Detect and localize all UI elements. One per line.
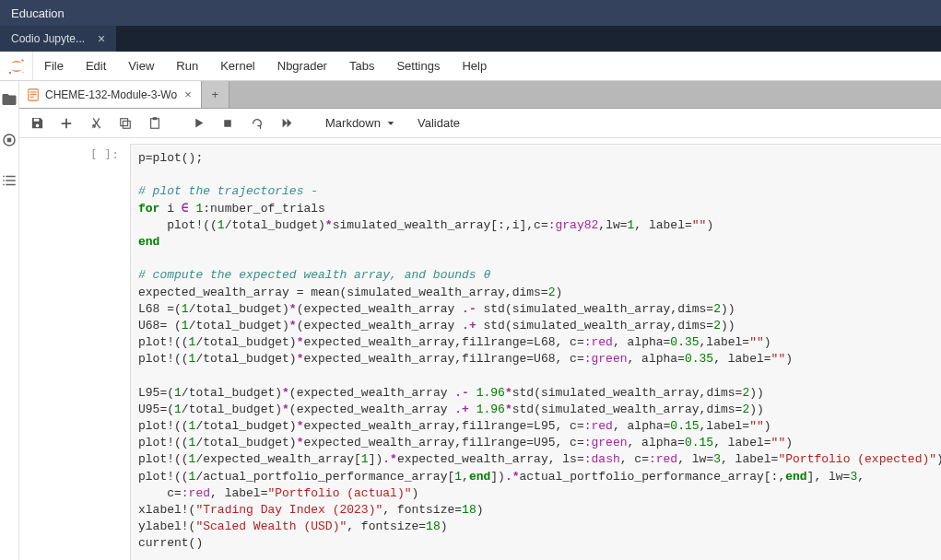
svg-rect-9 xyxy=(121,118,128,125)
menu-view[interactable]: View xyxy=(117,52,165,81)
copy-icon[interactable] xyxy=(117,115,134,132)
menu-help[interactable]: Help xyxy=(451,52,498,81)
save-icon[interactable] xyxy=(29,115,45,132)
notebook-tab[interactable]: CHEME-132-Module-3-Wo × xyxy=(19,81,202,108)
menu-tabs[interactable]: Tabs xyxy=(338,52,385,81)
stop-icon[interactable] xyxy=(219,115,236,132)
svg-rect-4 xyxy=(7,138,12,143)
svg-rect-7 xyxy=(30,94,37,95)
menu-items: File Edit View Run Kernel Nbgrader Tabs … xyxy=(33,52,498,81)
svg-point-2 xyxy=(22,71,24,73)
menu-edit[interactable]: Edit xyxy=(75,52,117,81)
menu-settings[interactable]: Settings xyxy=(385,52,451,81)
notebook-body[interactable]: [ ]: p=plot(); # plot the trajectories -… xyxy=(19,138,941,560)
cell-prompt: [ ]: xyxy=(19,144,130,560)
cut-icon[interactable] xyxy=(88,115,104,132)
cell-type-label: Markdown xyxy=(325,116,381,130)
menu-nbgrader[interactable]: Nbgrader xyxy=(266,52,338,81)
notebook-icon xyxy=(27,88,40,101)
workspace: CHEME-132-Module-3-Wo × + Markdown Valid… xyxy=(0,81,941,560)
validate-button[interactable]: Validate xyxy=(412,116,465,130)
main-area: CHEME-132-Module-3-Wo × + Markdown Valid… xyxy=(19,81,941,560)
svg-point-1 xyxy=(9,72,11,74)
folder-icon[interactable] xyxy=(0,90,18,109)
activity-bar xyxy=(0,81,19,560)
notebook-toolbar: Markdown Validate xyxy=(19,109,941,138)
cell-type-dropdown[interactable]: Markdown xyxy=(322,116,399,130)
notebook-tab-bar: CHEME-132-Module-3-Wo × + xyxy=(19,81,941,109)
menu-run[interactable]: Run xyxy=(165,52,209,81)
chevron-down-icon xyxy=(386,119,395,128)
paste-icon[interactable] xyxy=(147,115,163,132)
svg-point-0 xyxy=(21,59,24,62)
toc-icon[interactable] xyxy=(0,171,18,190)
run-icon[interactable] xyxy=(190,115,206,132)
app-tab-bar: Codio Jupyte... × xyxy=(0,26,941,52)
window-title-bar: Education xyxy=(0,0,941,26)
app-tab-codio[interactable]: Codio Jupyte... × xyxy=(0,26,116,52)
jupyter-logo[interactable] xyxy=(0,52,33,81)
code-editor[interactable]: p=plot(); # plot the trajectories - for … xyxy=(130,144,941,560)
svg-rect-8 xyxy=(30,96,34,97)
run-all-icon[interactable] xyxy=(278,115,295,132)
add-cell-icon[interactable] xyxy=(58,115,75,132)
close-icon[interactable]: × xyxy=(182,88,194,101)
restart-icon[interactable] xyxy=(249,115,265,132)
app-tab-label: Codio Jupyte... xyxy=(11,32,85,45)
svg-rect-12 xyxy=(153,117,157,119)
svg-rect-13 xyxy=(224,120,231,127)
svg-rect-6 xyxy=(30,91,37,92)
close-icon[interactable]: × xyxy=(94,31,109,46)
svg-rect-10 xyxy=(123,121,130,128)
new-tab-button[interactable]: + xyxy=(202,81,229,108)
running-icon[interactable] xyxy=(0,131,18,149)
code-cell[interactable]: [ ]: p=plot(); # plot the trajectories -… xyxy=(19,138,941,560)
menu-file[interactable]: File xyxy=(33,52,75,81)
menu-bar: File Edit View Run Kernel Nbgrader Tabs … xyxy=(0,52,941,81)
notebook-tab-label: CHEME-132-Module-3-Wo xyxy=(45,88,177,101)
window-title: Education xyxy=(11,6,65,20)
svg-rect-11 xyxy=(151,118,159,128)
menu-kernel[interactable]: Kernel xyxy=(209,52,266,81)
